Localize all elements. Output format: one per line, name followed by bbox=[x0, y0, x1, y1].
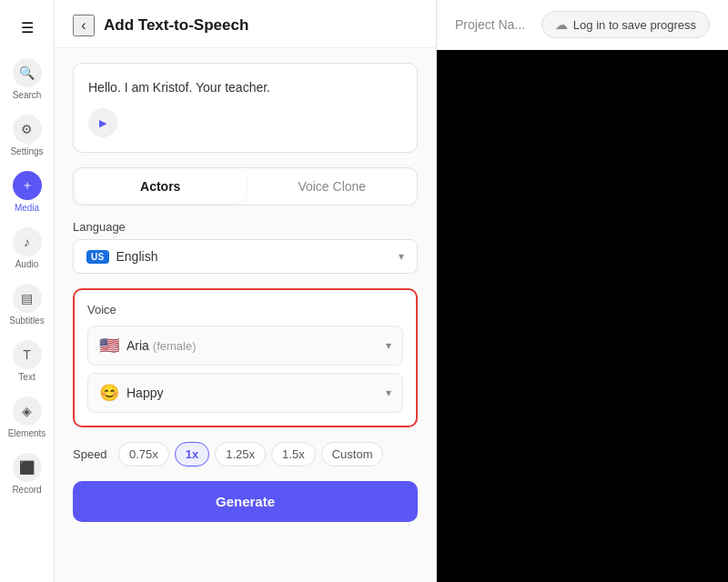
main-panel: ‹ Add Text-to-Speech Hello. I am Kristof… bbox=[55, 0, 437, 582]
panel-content: Hello. I am Kristof. Your teacher. ▶ Act… bbox=[55, 48, 436, 537]
voice-section: Voice 🇺🇸 Aria (female) ▾ 😊 Happy ▾ bbox=[73, 288, 418, 427]
sidebar-item-media[interactable]: ＋ Media bbox=[0, 164, 54, 220]
sidebar-item-search[interactable]: 🔍 Search bbox=[0, 51, 54, 107]
sidebar-item-record[interactable]: ⬛ Record bbox=[0, 446, 54, 502]
menu-icon: ☰ bbox=[21, 19, 34, 36]
play-button[interactable]: ▶ bbox=[88, 108, 117, 137]
voice-mood-name: Happy bbox=[126, 386, 163, 400]
search-icon: 🔍 bbox=[13, 58, 42, 87]
icon-sidebar: ☰ 🔍 Search ⚙ Settings ＋ Media ♪ Audio ▤ … bbox=[0, 0, 55, 582]
speed-label: Speed bbox=[73, 447, 109, 461]
login-button[interactable]: ☁ Log in to save progress bbox=[541, 11, 710, 38]
panel-header: ‹ Add Text-to-Speech bbox=[55, 0, 436, 48]
back-button[interactable]: ‹ bbox=[73, 15, 95, 36]
sidebar-label-subtitles: Subtitles bbox=[9, 316, 44, 326]
language-select-left: US English bbox=[86, 249, 157, 264]
voice-flag-icon: 🇺🇸 bbox=[99, 336, 119, 356]
panel-title: Add Text-to-Speech bbox=[104, 16, 248, 35]
text-preview-box: Hello. I am Kristof. Your teacher. ▶ bbox=[73, 63, 418, 153]
sidebar-label-media: Media bbox=[15, 203, 39, 213]
generate-button[interactable]: Generate bbox=[73, 481, 418, 522]
language-flag: US bbox=[86, 250, 109, 264]
text-icon: T bbox=[13, 340, 42, 369]
voice-name-dropdown[interactable]: 🇺🇸 Aria (female) ▾ bbox=[87, 326, 403, 366]
voice-mood-dropdown[interactable]: 😊 Happy ▾ bbox=[87, 373, 403, 413]
voice-name-sub: (female) bbox=[153, 339, 197, 353]
voice-mood-left: 😊 Happy bbox=[99, 383, 163, 403]
speed-options: 0.75x 1x 1.25x 1.5x Custom bbox=[118, 442, 383, 467]
sidebar-label-record: Record bbox=[12, 485, 41, 495]
speed-1x[interactable]: 1x bbox=[175, 442, 209, 467]
right-panel: Project Na... ☁ Log in to save progress bbox=[437, 0, 728, 582]
tabs-row: Actors Voice Clone bbox=[73, 167, 418, 206]
elements-icon: ◈ bbox=[13, 396, 42, 426]
speed-0.75x[interactable]: 0.75x bbox=[118, 442, 169, 467]
language-label: Language bbox=[73, 220, 418, 234]
language-chevron-icon: ▾ bbox=[399, 250, 404, 263]
sidebar-label-settings: Settings bbox=[10, 146, 43, 156]
cloud-icon: ☁ bbox=[555, 17, 568, 32]
speed-1.25x[interactable]: 1.25x bbox=[215, 442, 266, 467]
language-section: Language US English ▾ bbox=[73, 220, 418, 274]
sidebar-label-text: Text bbox=[18, 372, 35, 382]
tab-actors[interactable]: Actors bbox=[76, 170, 246, 203]
record-icon: ⬛ bbox=[13, 453, 42, 482]
login-label: Log in to save progress bbox=[573, 18, 696, 32]
speed-custom[interactable]: Custom bbox=[321, 442, 384, 467]
tab-voice-clone[interactable]: Voice Clone bbox=[248, 168, 418, 205]
sidebar-label-audio: Audio bbox=[15, 259, 39, 269]
voice-mood-chevron-icon: ▾ bbox=[386, 386, 391, 399]
voice-name-text: Aria bbox=[126, 338, 149, 353]
speed-row: Speed 0.75x 1x 1.25x 1.5x Custom bbox=[73, 442, 418, 467]
audio-icon: ♪ bbox=[13, 227, 42, 256]
sidebar-item-subtitles[interactable]: ▤ Subtitles bbox=[0, 276, 54, 333]
language-name: English bbox=[116, 249, 158, 264]
sidebar-item-text[interactable]: T Text bbox=[0, 333, 54, 389]
sidebar-item-audio[interactable]: ♪ Audio bbox=[0, 220, 54, 276]
media-icon: ＋ bbox=[13, 171, 42, 200]
subtitles-icon: ▤ bbox=[13, 284, 42, 313]
video-preview bbox=[437, 50, 728, 582]
voice-mood-icon: 😊 bbox=[99, 383, 119, 403]
sidebar-item-elements[interactable]: ◈ Elements bbox=[0, 389, 54, 446]
voice-section-label: Voice bbox=[87, 303, 403, 316]
sidebar-label-search: Search bbox=[13, 90, 42, 100]
voice-name-left: 🇺🇸 Aria (female) bbox=[99, 336, 196, 356]
sidebar-item-settings[interactable]: ⚙ Settings bbox=[0, 107, 54, 164]
project-name: Project Na... bbox=[455, 17, 525, 32]
right-header: Project Na... ☁ Log in to save progress bbox=[437, 0, 728, 50]
settings-icon: ⚙ bbox=[13, 115, 42, 144]
sidebar-label-elements: Elements bbox=[8, 428, 46, 438]
language-dropdown[interactable]: US English ▾ bbox=[73, 239, 418, 274]
menu-button[interactable]: ☰ bbox=[9, 11, 46, 44]
preview-text: Hello. I am Kristof. Your teacher. bbox=[88, 78, 402, 97]
voice-name-chevron-icon: ▾ bbox=[386, 339, 391, 352]
speed-1.5x[interactable]: 1.5x bbox=[271, 442, 316, 467]
